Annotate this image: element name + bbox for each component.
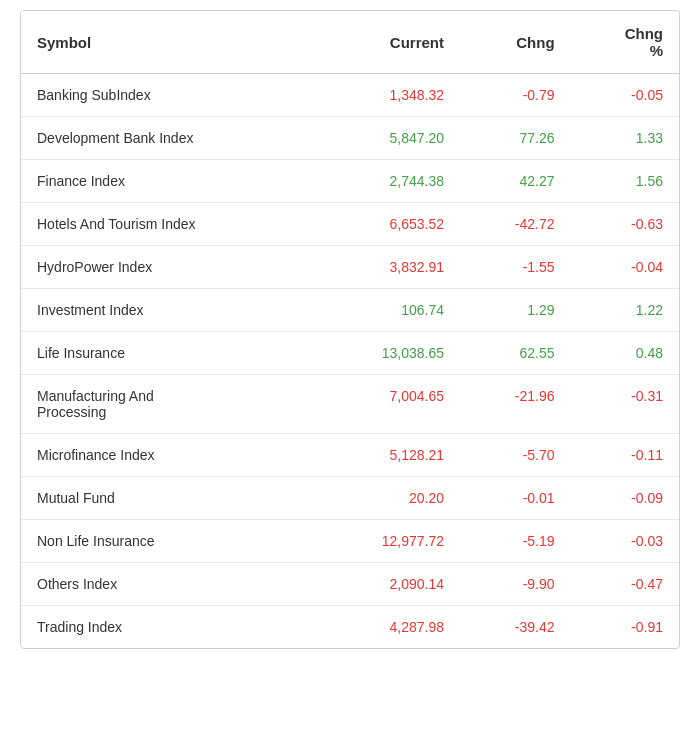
table-row: Microfinance Index5,128.21-5.70-0.11 bbox=[21, 434, 679, 477]
col-header-symbol: Symbol bbox=[21, 11, 315, 74]
col-header-current: Current bbox=[315, 11, 460, 74]
cell-chng: -5.19 bbox=[460, 520, 571, 563]
table-row: Trading Index4,287.98-39.42-0.91 bbox=[21, 606, 679, 649]
cell-symbol: Development Bank Index bbox=[21, 117, 315, 160]
col-header-chng: Chng bbox=[460, 11, 571, 74]
table-row: Mutual Fund20.20-0.01-0.09 bbox=[21, 477, 679, 520]
cell-chng: 62.55 bbox=[460, 332, 571, 375]
cell-current: 4,287.98 bbox=[315, 606, 460, 649]
cell-current: 2,744.38 bbox=[315, 160, 460, 203]
table-row: Banking SubIndex1,348.32-0.79-0.05 bbox=[21, 74, 679, 117]
cell-chngpct: -0.09 bbox=[571, 477, 679, 520]
cell-chng: -9.90 bbox=[460, 563, 571, 606]
cell-chngpct: 1.56 bbox=[571, 160, 679, 203]
cell-symbol: Mutual Fund bbox=[21, 477, 315, 520]
cell-chng: 1.29 bbox=[460, 289, 571, 332]
cell-chng: 77.26 bbox=[460, 117, 571, 160]
table-row: Non Life Insurance12,977.72-5.19-0.03 bbox=[21, 520, 679, 563]
table-row: Hotels And Tourism Index6,653.52-42.72-0… bbox=[21, 203, 679, 246]
cell-chngpct: -0.04 bbox=[571, 246, 679, 289]
cell-current: 7,004.65 bbox=[315, 375, 460, 434]
table-row: Manufacturing AndProcessing7,004.65-21.9… bbox=[21, 375, 679, 434]
cell-symbol: Life Insurance bbox=[21, 332, 315, 375]
cell-chng: -21.96 bbox=[460, 375, 571, 434]
index-table: Symbol Current Chng Chng% Banking SubInd… bbox=[20, 10, 680, 649]
cell-chngpct: 1.22 bbox=[571, 289, 679, 332]
col-header-chngpct: Chng% bbox=[571, 11, 679, 74]
cell-chng: 42.27 bbox=[460, 160, 571, 203]
cell-current: 20.20 bbox=[315, 477, 460, 520]
cell-symbol: Investment Index bbox=[21, 289, 315, 332]
table-row: Others Index2,090.14-9.90-0.47 bbox=[21, 563, 679, 606]
cell-chngpct: -0.47 bbox=[571, 563, 679, 606]
cell-chng: -5.70 bbox=[460, 434, 571, 477]
cell-current: 1,348.32 bbox=[315, 74, 460, 117]
cell-chng: -0.79 bbox=[460, 74, 571, 117]
cell-chngpct: -0.05 bbox=[571, 74, 679, 117]
table-row: HydroPower Index3,832.91-1.55-0.04 bbox=[21, 246, 679, 289]
cell-chngpct: -0.91 bbox=[571, 606, 679, 649]
table-header: Symbol Current Chng Chng% bbox=[21, 11, 679, 74]
cell-symbol: Microfinance Index bbox=[21, 434, 315, 477]
cell-symbol: Trading Index bbox=[21, 606, 315, 649]
table-row: Life Insurance13,038.6562.550.48 bbox=[21, 332, 679, 375]
cell-chng: -39.42 bbox=[460, 606, 571, 649]
cell-current: 13,038.65 bbox=[315, 332, 460, 375]
cell-current: 106.74 bbox=[315, 289, 460, 332]
cell-symbol: Manufacturing AndProcessing bbox=[21, 375, 315, 434]
cell-current: 5,847.20 bbox=[315, 117, 460, 160]
cell-chngpct: -0.31 bbox=[571, 375, 679, 434]
cell-chng: -42.72 bbox=[460, 203, 571, 246]
table-row: Development Bank Index5,847.2077.261.33 bbox=[21, 117, 679, 160]
table-row: Finance Index2,744.3842.271.56 bbox=[21, 160, 679, 203]
cell-chngpct: 0.48 bbox=[571, 332, 679, 375]
cell-chngpct: -0.11 bbox=[571, 434, 679, 477]
cell-current: 5,128.21 bbox=[315, 434, 460, 477]
cell-chngpct: -0.63 bbox=[571, 203, 679, 246]
cell-chngpct: -0.03 bbox=[571, 520, 679, 563]
cell-current: 3,832.91 bbox=[315, 246, 460, 289]
cell-symbol: HydroPower Index bbox=[21, 246, 315, 289]
cell-symbol: Others Index bbox=[21, 563, 315, 606]
cell-chngpct: 1.33 bbox=[571, 117, 679, 160]
cell-current: 2,090.14 bbox=[315, 563, 460, 606]
cell-chng: -1.55 bbox=[460, 246, 571, 289]
cell-symbol: Non Life Insurance bbox=[21, 520, 315, 563]
cell-chng: -0.01 bbox=[460, 477, 571, 520]
table-row: Investment Index106.741.291.22 bbox=[21, 289, 679, 332]
cell-symbol: Hotels And Tourism Index bbox=[21, 203, 315, 246]
cell-symbol: Banking SubIndex bbox=[21, 74, 315, 117]
cell-current: 12,977.72 bbox=[315, 520, 460, 563]
cell-symbol: Finance Index bbox=[21, 160, 315, 203]
cell-current: 6,653.52 bbox=[315, 203, 460, 246]
